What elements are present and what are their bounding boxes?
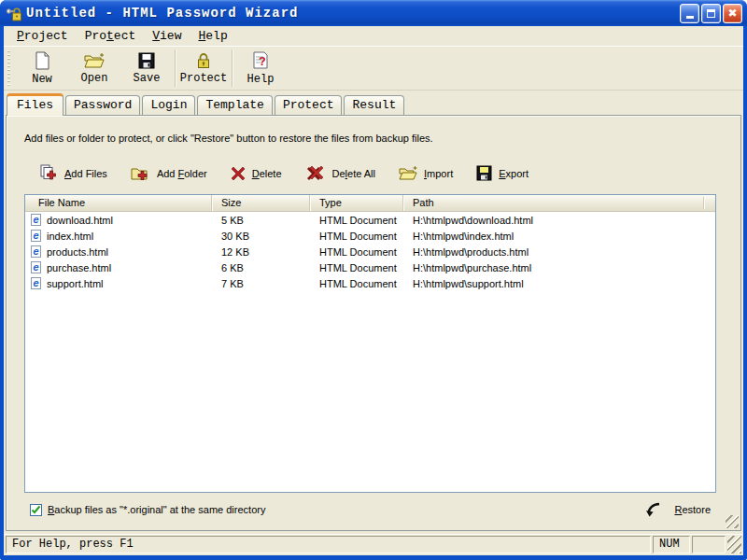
files-tab-panel: Add files or folder to protect, or click… bbox=[6, 115, 741, 531]
tab-protect[interactable]: Protect bbox=[275, 95, 343, 115]
table-row[interactable]: edownload.html 5 KB HTML Document H:\htm… bbox=[25, 212, 715, 228]
toolbar-separator bbox=[232, 49, 233, 87]
file-size: 6 KB bbox=[212, 262, 310, 273]
num-lock-indicator: NUM bbox=[653, 536, 690, 553]
column-end-separator bbox=[703, 197, 704, 209]
protect-label: Protect bbox=[180, 72, 227, 85]
file-size: 5 KB bbox=[212, 215, 310, 226]
file-type: HTML Document bbox=[310, 278, 403, 289]
protect-button[interactable]: Protect bbox=[177, 49, 230, 88]
new-button[interactable]: New bbox=[16, 49, 68, 88]
status-bar: For Help, press F1 NUM bbox=[4, 534, 743, 555]
title-bar[interactable]: Untitled - HTML Password Wizard ✖ bbox=[0, 0, 747, 26]
tab-strip: Files Password Login Template Protect Re… bbox=[4, 91, 743, 115]
backup-checkbox[interactable]: Backup files as "*.original" at the same… bbox=[30, 504, 265, 516]
column-header-size[interactable]: Size bbox=[212, 195, 310, 211]
file-path: H:\htmlpwd\products.html bbox=[403, 246, 715, 258]
import-folder-icon bbox=[399, 166, 417, 181]
add-folder-button[interactable]: Add Folder bbox=[131, 165, 207, 182]
file-type: HTML Document bbox=[310, 246, 403, 258]
restore-button[interactable]: Restore bbox=[645, 502, 711, 517]
table-row[interactable]: esupport.html 7 KB HTML Document H:\html… bbox=[25, 275, 715, 291]
panel-resize-grip[interactable] bbox=[726, 515, 739, 528]
file-path: H:\htmlpwd\download.html bbox=[403, 215, 715, 226]
toolbar-gripper[interactable] bbox=[7, 50, 10, 86]
menu-project[interactable]: Project bbox=[8, 28, 77, 45]
html-file-icon: e bbox=[30, 230, 42, 242]
app-lock-key-icon bbox=[6, 6, 21, 21]
open-button[interactable]: Open bbox=[68, 49, 120, 88]
file-size: 30 KB bbox=[212, 231, 310, 242]
status-message: For Help, press F1 bbox=[6, 536, 651, 553]
checkbox-check-icon bbox=[30, 504, 42, 516]
window-title: Untitled - HTML Password Wizard bbox=[26, 6, 298, 21]
help-button[interactable]: ? Help bbox=[234, 49, 287, 88]
file-size: 7 KB bbox=[212, 278, 310, 289]
svg-text:e: e bbox=[33, 230, 38, 241]
column-header-path[interactable]: Path bbox=[403, 195, 715, 211]
delete-button[interactable]: Delete bbox=[231, 166, 282, 181]
close-button[interactable]: ✖ bbox=[723, 4, 742, 23]
tab-template[interactable]: Template bbox=[197, 95, 272, 115]
status-blank-pane bbox=[692, 536, 726, 553]
html-file-icon: e bbox=[30, 261, 42, 273]
save-button[interactable]: Save bbox=[120, 49, 173, 88]
tab-result[interactable]: Result bbox=[344, 95, 404, 115]
instruction-text: Add files or folder to protect, or click… bbox=[24, 133, 724, 144]
tab-login[interactable]: Login bbox=[142, 95, 195, 115]
file-size: 12 KB bbox=[212, 246, 310, 258]
close-icon: ✖ bbox=[727, 7, 737, 19]
new-label: New bbox=[32, 73, 52, 86]
save-label: Save bbox=[134, 72, 161, 85]
add-files-icon bbox=[40, 164, 58, 182]
export-button[interactable]: Export bbox=[476, 165, 529, 181]
export-floppy-icon bbox=[476, 165, 492, 181]
tab-password[interactable]: Password bbox=[65, 95, 140, 115]
padlock-icon bbox=[195, 51, 212, 69]
file-name: support.html bbox=[47, 278, 104, 289]
restore-arrow-icon bbox=[645, 502, 661, 517]
html-file-icon: e bbox=[30, 214, 42, 226]
file-name: purchase.html bbox=[47, 262, 111, 273]
file-path: H:\htmlpwd\index.html bbox=[403, 231, 715, 242]
add-folder-icon bbox=[131, 165, 150, 182]
svg-text:?: ? bbox=[259, 55, 266, 69]
file-path: H:\htmlpwd\support.html bbox=[403, 278, 715, 289]
files-list[interactable]: File Name Size Type Path edownload.html … bbox=[24, 194, 716, 493]
menu-help[interactable]: Help bbox=[190, 28, 235, 45]
minimize-button[interactable] bbox=[680, 4, 699, 23]
svg-text:e: e bbox=[33, 261, 38, 273]
delete-all-button[interactable]: Delete All bbox=[305, 165, 375, 181]
maximize-button[interactable] bbox=[701, 4, 721, 23]
add-files-button[interactable]: Add Files bbox=[40, 164, 107, 182]
minimize-icon bbox=[686, 16, 694, 19]
delete-x-icon bbox=[231, 166, 246, 181]
menu-bar: Project Protect View Help bbox=[4, 26, 743, 46]
svg-text:e: e bbox=[33, 214, 38, 225]
file-name: index.html bbox=[47, 231, 93, 242]
import-button[interactable]: Import bbox=[399, 166, 453, 181]
table-row[interactable]: eproducts.html 12 KB HTML Document H:\ht… bbox=[25, 244, 715, 259]
help-label: Help bbox=[247, 73, 275, 86]
svg-text:e: e bbox=[33, 277, 38, 288]
file-type: HTML Document bbox=[310, 231, 403, 242]
window-resize-grip[interactable] bbox=[727, 536, 741, 553]
menu-protect[interactable]: Protect bbox=[77, 28, 145, 45]
menu-view[interactable]: View bbox=[144, 28, 190, 45]
open-label: Open bbox=[81, 72, 108, 85]
column-header-type[interactable]: Type bbox=[310, 195, 403, 211]
svg-text:e: e bbox=[33, 245, 38, 257]
open-folder-icon bbox=[84, 52, 105, 69]
new-document-icon bbox=[34, 51, 50, 70]
restore-label: Restore bbox=[674, 504, 711, 515]
import-label: Import bbox=[424, 168, 453, 179]
table-row[interactable]: epurchase.html 6 KB HTML Document H:\htm… bbox=[25, 259, 715, 275]
column-header-filename[interactable]: File Name bbox=[25, 195, 212, 211]
delete-all-label: Delete All bbox=[332, 168, 375, 179]
tab-files[interactable]: Files bbox=[7, 93, 63, 116]
file-name: download.html bbox=[47, 215, 113, 226]
delete-all-x-icon bbox=[305, 165, 326, 181]
table-row[interactable]: eindex.html 30 KB HTML Document H:\htmlp… bbox=[25, 228, 715, 244]
add-folder-label: Add Folder bbox=[157, 168, 207, 179]
delete-label: Delete bbox=[252, 168, 282, 179]
